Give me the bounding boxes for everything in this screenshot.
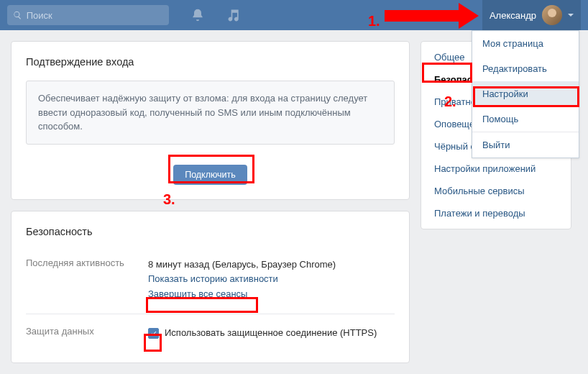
dropdown-item-settings[interactable]: Настройки — [472, 81, 579, 106]
user-menu[interactable]: Александр — [482, 0, 581, 30]
avatar — [542, 5, 562, 25]
https-label: Использовать защищенное соединение (HTTP… — [165, 326, 377, 341]
user-dropdown: Моя страница Редактировать Настройки Пом… — [472, 30, 579, 158]
row-label-protection: Защита данных — [26, 326, 148, 341]
annotation-arrow-head — [459, 3, 479, 29]
panel-title: Подтверждение входа — [26, 56, 395, 68]
show-history-link[interactable]: Показать историю активности — [148, 272, 395, 287]
search-input[interactable] — [27, 10, 163, 21]
nav-item-app-settings[interactable]: Настройки приложений — [421, 158, 571, 180]
https-checkbox-row[interactable]: Использовать защищенное соединение (HTTP… — [148, 326, 395, 341]
header-bar: Александр — [0, 0, 588, 30]
panel-title-security: Безопасность — [26, 226, 395, 237]
search-box[interactable] — [7, 5, 169, 25]
checkbox-checked-icon[interactable] — [148, 328, 159, 339]
dropdown-item-logout[interactable]: Выйти — [472, 132, 579, 158]
panel-login-confirmation: Подтверждение входа Обеспечивает надёжну… — [11, 41, 410, 200]
separator — [26, 314, 395, 314]
row-last-activity: Последняя активность 8 минут назад (Бела… — [26, 250, 395, 309]
dropdown-item-my-page[interactable]: Моя страница — [472, 31, 579, 56]
annotation-1: 1. — [368, 13, 380, 29]
nav-item-payments[interactable]: Платежи и переводы — [421, 202, 571, 224]
annotation-arrow — [385, 10, 460, 22]
nav-item-mobile[interactable]: Мобильные сервисы — [421, 180, 571, 202]
panel-security: Безопасность Последняя активность 8 мину… — [11, 211, 410, 363]
header-icons — [190, 8, 241, 22]
info-box: Обеспечивает надёжную защиту от взлома: … — [26, 81, 395, 145]
connect-button[interactable]: Подключить — [173, 165, 247, 185]
row-body: 8 минут назад (Беларусь, Браузер Chrome)… — [148, 257, 395, 302]
dropdown-item-edit[interactable]: Редактировать — [472, 56, 579, 81]
search-icon — [13, 10, 22, 20]
activity-value: 8 минут назад (Беларусь, Браузер Chrome) — [148, 257, 395, 273]
music-icon[interactable] — [226, 8, 241, 22]
end-sessions-link[interactable]: Завершить все сеансы — [148, 287, 395, 302]
annotation-2: 2. — [444, 94, 456, 110]
row-data-protection: Защита данных Использовать защищенное со… — [26, 319, 395, 348]
bell-icon[interactable] — [190, 8, 205, 22]
row-label: Последняя активность — [26, 257, 148, 302]
annotation-3: 3. — [163, 191, 175, 208]
chevron-down-icon — [568, 14, 574, 17]
main-column: Подтверждение входа Обеспечивает надёжну… — [11, 41, 410, 374]
user-name: Александр — [490, 10, 536, 21]
dropdown-item-help[interactable]: Помощь — [472, 106, 579, 132]
